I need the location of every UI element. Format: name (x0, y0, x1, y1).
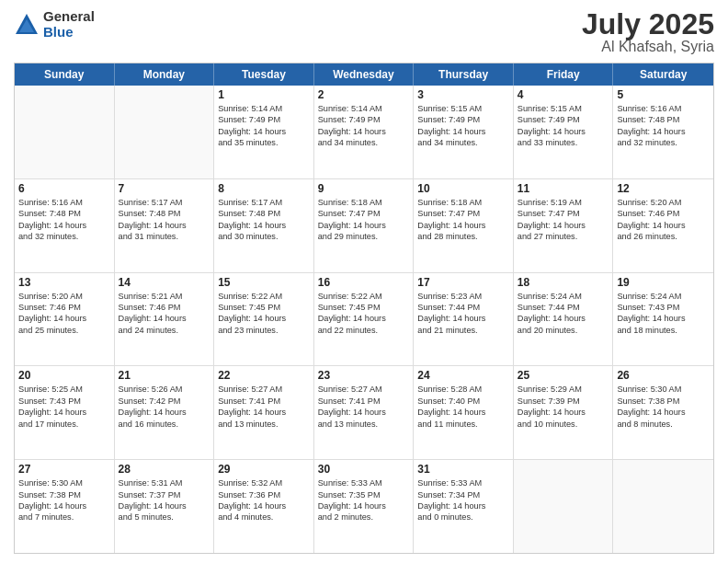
calendar-cell: 2Sunrise: 5:14 AMSunset: 7:49 PMDaylight… (314, 86, 415, 178)
day-number: 21 (119, 369, 210, 382)
day-number: 24 (417, 369, 509, 382)
cell-info-line: Sunrise: 5:16 AM (617, 103, 710, 114)
day-number: 25 (518, 369, 609, 382)
day-number: 12 (617, 182, 710, 195)
cell-info-line: Sunset: 7:39 PM (518, 396, 609, 407)
calendar-row: 6Sunrise: 5:16 AMSunset: 7:48 PMDaylight… (15, 179, 713, 273)
title-block: July 2025 Al Khafsah, Syria (582, 9, 714, 55)
calendar-cell: 12Sunrise: 5:20 AMSunset: 7:46 PMDayligh… (613, 179, 713, 272)
cell-info-line: Daylight: 14 hours (218, 126, 310, 137)
cell-info-line: Daylight: 14 hours (318, 313, 410, 324)
cell-info-line: Sunset: 7:42 PM (119, 396, 210, 407)
cell-info-line: Daylight: 14 hours (518, 407, 609, 418)
calendar: SundayMondayTuesdayWednesdayThursdayFrid… (14, 63, 714, 554)
cell-info-line: Sunrise: 5:14 AM (318, 103, 410, 114)
cell-info-line: and 7 minutes. (18, 511, 110, 523)
calendar-cell: 9Sunrise: 5:18 AMSunset: 7:47 PMDaylight… (314, 179, 415, 272)
cell-info-line: Daylight: 14 hours (218, 407, 310, 418)
day-number: 9 (318, 182, 410, 195)
cell-info-line: Sunrise: 5:20 AM (617, 197, 710, 208)
cell-info-line: Sunset: 7:48 PM (18, 208, 110, 219)
title-location: Al Khafsah, Syria (582, 39, 714, 55)
day-number: 10 (417, 182, 509, 195)
calendar-cell: 6Sunrise: 5:16 AMSunset: 7:48 PMDaylight… (15, 179, 115, 272)
cell-info-line: and 11 minutes. (417, 419, 509, 430)
cell-info-line: Sunrise: 5:28 AM (417, 384, 509, 395)
cell-info-line: Sunset: 7:49 PM (518, 114, 609, 125)
cell-info-line: Daylight: 14 hours (417, 126, 509, 137)
day-number: 30 (318, 463, 410, 476)
calendar-cell (514, 460, 614, 553)
cell-info-line: Sunset: 7:41 PM (218, 396, 310, 407)
calendar-cell (613, 460, 713, 553)
cell-info-line: Sunrise: 5:30 AM (18, 477, 110, 488)
cell-info-line: Sunrise: 5:18 AM (417, 197, 509, 208)
cell-info-line: Sunrise: 5:33 AM (318, 477, 410, 488)
cell-info-line: Sunset: 7:44 PM (518, 302, 609, 313)
day-number: 28 (119, 463, 210, 476)
calendar-cell: 8Sunrise: 5:17 AMSunset: 7:48 PMDaylight… (214, 179, 314, 272)
cell-info-line: Daylight: 14 hours (617, 313, 710, 324)
cell-info-line: Daylight: 14 hours (119, 407, 210, 418)
cell-info-line: Daylight: 14 hours (18, 313, 110, 324)
cell-info-line: and 28 minutes. (417, 231, 509, 242)
page: General Blue July 2025 Al Khafsah, Syria… (0, 0, 728, 563)
calendar-cell: 1Sunrise: 5:14 AMSunset: 7:49 PMDaylight… (214, 86, 314, 178)
calendar-cell: 13Sunrise: 5:20 AMSunset: 7:46 PMDayligh… (15, 273, 115, 366)
calendar-cell: 29Sunrise: 5:32 AMSunset: 7:36 PMDayligh… (214, 460, 314, 553)
weekday-header: Friday (514, 63, 614, 86)
calendar-cell: 21Sunrise: 5:26 AMSunset: 7:42 PMDayligh… (115, 366, 215, 459)
logo-blue-label: Blue (43, 25, 95, 40)
day-number: 20 (18, 369, 110, 382)
cell-info-line: Daylight: 14 hours (417, 407, 509, 418)
cell-info-line: and 23 minutes. (218, 325, 310, 336)
calendar-cell: 3Sunrise: 5:15 AMSunset: 7:49 PMDaylight… (414, 86, 514, 178)
cell-info-line: Sunset: 7:41 PM (318, 396, 410, 407)
cell-info-line: Sunset: 7:43 PM (617, 302, 710, 313)
calendar-cell: 31Sunrise: 5:33 AMSunset: 7:34 PMDayligh… (414, 460, 514, 553)
logo-icon (14, 12, 40, 38)
cell-info-line: Daylight: 14 hours (518, 126, 609, 137)
calendar-cell: 7Sunrise: 5:17 AMSunset: 7:48 PMDaylight… (115, 179, 215, 272)
calendar-cell: 26Sunrise: 5:30 AMSunset: 7:38 PMDayligh… (613, 366, 713, 459)
day-number: 2 (318, 88, 410, 101)
cell-info-line: Sunset: 7:37 PM (119, 489, 210, 500)
cell-info-line: Sunset: 7:47 PM (318, 208, 410, 219)
day-number: 31 (417, 463, 509, 476)
cell-info-line: Daylight: 14 hours (617, 407, 710, 418)
cell-info-line: Daylight: 14 hours (18, 220, 110, 231)
weekday-header: Monday (115, 63, 215, 86)
cell-info-line: Daylight: 14 hours (318, 407, 410, 418)
cell-info-line: and 24 minutes. (119, 325, 210, 336)
cell-info-line: and 5 minutes. (119, 511, 210, 523)
cell-info-line: Daylight: 14 hours (318, 220, 410, 231)
cell-info-line: Sunrise: 5:26 AM (119, 384, 210, 395)
calendar-header: SundayMondayTuesdayWednesdayThursdayFrid… (15, 63, 713, 86)
cell-info-line: Daylight: 14 hours (119, 313, 210, 324)
cell-info-line: Sunrise: 5:14 AM (218, 103, 310, 114)
day-number: 13 (18, 276, 110, 289)
cell-info-line: Daylight: 14 hours (119, 500, 210, 511)
cell-info-line: and 16 minutes. (119, 419, 210, 430)
cell-info-line: Sunrise: 5:23 AM (417, 291, 509, 302)
cell-info-line: Sunrise: 5:21 AM (119, 291, 210, 302)
cell-info-line: Sunset: 7:43 PM (18, 396, 110, 407)
calendar-cell: 15Sunrise: 5:22 AMSunset: 7:45 PMDayligh… (214, 273, 314, 366)
cell-info-line: and 20 minutes. (518, 325, 609, 336)
calendar-row: 20Sunrise: 5:25 AMSunset: 7:43 PMDayligh… (15, 366, 713, 460)
calendar-cell: 19Sunrise: 5:24 AMSunset: 7:43 PMDayligh… (613, 273, 713, 366)
cell-info-line: Sunrise: 5:17 AM (218, 197, 310, 208)
cell-info-line: Daylight: 14 hours (417, 313, 509, 324)
cell-info-line: Sunset: 7:48 PM (617, 114, 710, 125)
day-number: 16 (318, 276, 410, 289)
cell-info-line: Sunrise: 5:24 AM (617, 291, 710, 302)
calendar-cell: 16Sunrise: 5:22 AMSunset: 7:45 PMDayligh… (314, 273, 415, 366)
cell-info-line: Sunset: 7:38 PM (18, 489, 110, 500)
day-number: 29 (218, 463, 310, 476)
cell-info-line: Sunrise: 5:27 AM (218, 384, 310, 395)
cell-info-line: Daylight: 14 hours (18, 407, 110, 418)
cell-info-line: Sunrise: 5:31 AM (119, 477, 210, 488)
cell-info-line: Daylight: 14 hours (518, 220, 609, 231)
header: General Blue July 2025 Al Khafsah, Syria (14, 9, 714, 55)
cell-info-line: Sunrise: 5:16 AM (18, 197, 110, 208)
